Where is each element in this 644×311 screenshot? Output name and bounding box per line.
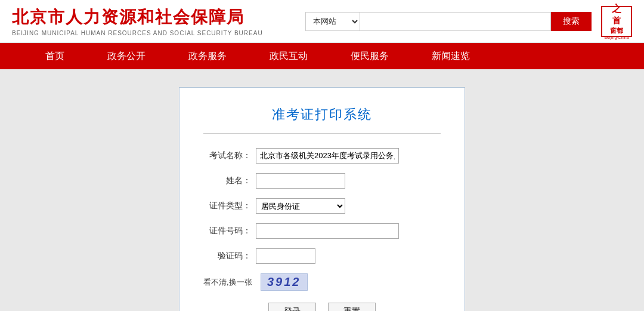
search-input[interactable] [360, 12, 551, 31]
button-row: 登录 重置 [203, 303, 441, 311]
captcha-hint-row: 看不清,换一张 3912 [203, 273, 441, 291]
login-button[interactable]: 登录 [268, 303, 316, 311]
nav-item-convenience[interactable]: 便民服务 [329, 43, 410, 69]
form-title: 准考证打印系统 [203, 106, 441, 124]
name-row: 姓名： [203, 173, 441, 189]
id-number-label: 证件号码： [203, 226, 251, 236]
search-button[interactable]: 搜索 [551, 12, 592, 31]
nav-item-politics-open[interactable]: 政务公开 [86, 43, 167, 69]
main-content: 准考证打印系统 考试名称： 姓名： 证件类型： 居民身份证 护照 港澳通行证 台… [0, 69, 644, 311]
search-scope-wrapper: 本网站 [305, 12, 360, 31]
nav-item-home[interactable]: 首页 [24, 43, 86, 69]
reset-button[interactable]: 重置 [328, 303, 376, 311]
id-type-row: 证件类型： 居民身份证 护照 港澳通行证 台湾通行证 [203, 198, 441, 214]
exam-name-input[interactable] [256, 148, 399, 164]
nav-item-interaction[interactable]: 政民互动 [248, 43, 329, 69]
captcha-hint-label: 看不清,换一张 [203, 277, 251, 288]
form-top-divider [203, 133, 441, 134]
form-card: 准考证打印系统 考试名称： 姓名： 证件类型： 居民身份证 护照 港澳通行证 台… [179, 87, 465, 311]
main-nav: 首页 政务公开 政务服务 政民互动 便民服务 新闻速览 [0, 43, 644, 69]
header: 北京市人力资源和社会保障局 BEIJING MUNICIPAL HUMAN RE… [0, 0, 644, 43]
header-logo: 北京市人力资源和社会保障局 BEIJING MUNICIPAL HUMAN RE… [12, 6, 305, 36]
captcha-input-row: 验证码： [203, 248, 441, 264]
search-scope-select[interactable]: 本网站 [306, 13, 360, 30]
header-emblem: 之 首 窗都 Beijing·China [601, 6, 632, 37]
id-type-label: 证件类型： [203, 201, 251, 211]
id-type-select[interactable]: 居民身份证 护照 港澳通行证 台湾通行证 [256, 198, 345, 214]
header-search: 本网站 搜索 [305, 12, 592, 31]
captcha-label: 验证码： [203, 251, 251, 261]
captcha-input[interactable] [256, 248, 315, 264]
exam-name-label: 考试名称： [203, 150, 251, 161]
name-label: 姓名： [203, 175, 251, 186]
logo-en-text: BEIJING MUNICIPAL HUMAN RESOURCES AND SO… [12, 30, 305, 36]
name-input[interactable] [256, 173, 345, 189]
exam-name-row: 考试名称： [203, 148, 441, 164]
logo-cn-text: 北京市人力资源和社会保障局 [12, 6, 305, 29]
nav-item-news[interactable]: 新闻速览 [410, 43, 491, 69]
nav-item-politics-service[interactable]: 政务服务 [167, 43, 248, 69]
id-number-input[interactable] [256, 223, 399, 239]
captcha-image[interactable]: 3912 [261, 273, 308, 291]
id-number-row: 证件号码： [203, 223, 441, 239]
